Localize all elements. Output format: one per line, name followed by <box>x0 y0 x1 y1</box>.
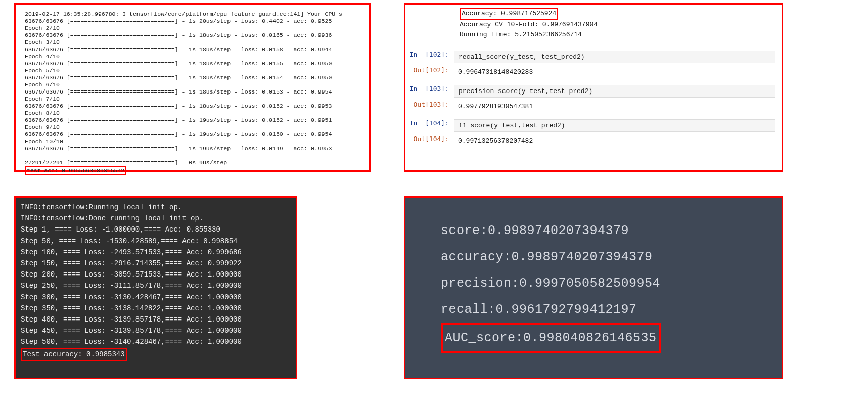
log-line: 63676/63676 [===========================… <box>25 60 360 67</box>
tf-line: Step 500, ==== Loss: -3140.428467,==== A… <box>21 336 291 347</box>
out-value: 0.99647318148420283 <box>454 66 782 78</box>
in-prompt: In [103]: <box>405 85 454 93</box>
tf-line: Step 50, ==== Loss: -1530.428589,==== Ac… <box>21 236 291 247</box>
out-prompt: Out[103]: <box>405 101 454 108</box>
tf-line: Step 300, ==== Loss: -3130.428467,==== A… <box>21 292 291 303</box>
log-line: Epoch 5/10 <box>25 67 360 74</box>
out-value: 0.99779281930547381 <box>454 101 782 112</box>
log-line: Epoch 8/10 <box>25 110 360 117</box>
log-line: Epoch 3/10 <box>25 39 360 46</box>
tf-line: INFO:tensorflow:Running local_init_op. <box>21 202 291 213</box>
metric-score: score:0.9989740207394379 <box>441 218 746 244</box>
log-line: 63676/63676 [===========================… <box>25 131 360 138</box>
log-line: 63676/63676 [===========================… <box>25 46 360 53</box>
cv-accuracy-line: Accuracy CV 10-Fold: 0.997691437904 <box>460 20 770 30</box>
log-line: Epoch 6/10 <box>25 81 360 88</box>
tf-line: Step 1, ==== Loss: -1.000000,==== Acc: 0… <box>21 224 291 235</box>
code-cell-recall[interactable]: recall_score(y_test, test_pred2) <box>454 51 775 63</box>
tf-line: Step 100, ==== Loss: -2493.571533,==== A… <box>21 247 291 258</box>
log-line: Epoch 10/10 <box>25 138 360 145</box>
log-line: 63676/63676 [===========================… <box>25 32 360 39</box>
log-line: Epoch 9/10 <box>25 124 360 131</box>
running-time-line: Running Time: 5.215052366256714 <box>460 30 770 40</box>
panel-tf-steps: INFO:tensorflow:Running local_init_op. I… <box>14 196 297 379</box>
log-intro-line: 2019-02-17 16:35:28.996780: I tensorflow… <box>25 11 360 18</box>
tf-line: Step 450, ==== Loss: -3139.857178,==== A… <box>21 325 291 336</box>
metric-precision: precision:0.9997050582509954 <box>441 270 746 297</box>
tf-line: Step 250, ==== Loss: -3111.857178,==== A… <box>21 280 291 291</box>
tf-line: INFO:tensorflow:Done running local_init_… <box>21 213 291 224</box>
out-prompt: Out[104]: <box>405 135 454 143</box>
tf-line: Step 350, ==== Loss: -3138.142822,==== A… <box>21 303 291 314</box>
panel-epoch-log: 2019-02-17 16:35:28.996780: I tensorflow… <box>14 3 371 172</box>
accuracy-highlight: Accuracy: 0.998717525924 <box>460 8 558 20</box>
in-prompt: In [102]: <box>405 51 454 58</box>
auc-score-highlight: AUC_score:0.998040826146535 <box>441 323 661 353</box>
in-prompt: In [104]: <box>405 119 454 127</box>
tf-line: Step 200, ==== Loss: -3059.571533,==== A… <box>21 269 291 280</box>
log-line: 63676/63676 [===========================… <box>25 74 360 81</box>
test-acc-highlight: test acc: 0.9955663039315542 <box>25 166 126 175</box>
out-prompt: Out[102]: <box>405 66 454 74</box>
log-line: 63676/63676 [===========================… <box>25 103 360 110</box>
code-cell-precision[interactable]: precision_score(y_test,test_pred2) <box>454 85 775 98</box>
log-line: Epoch 4/10 <box>25 53 360 60</box>
log-line: 63676/63676 [===========================… <box>25 145 360 152</box>
log-line <box>25 152 360 159</box>
test-accuracy-highlight: Test accuracy: 0.9985343 <box>21 348 127 361</box>
metric-recall: recall:0.9961792799412197 <box>441 297 746 323</box>
metric-accuracy: accuracy:0.9989740207394379 <box>441 244 746 270</box>
log-line: Epoch 2/10 <box>25 25 360 32</box>
log-line: Epoch 7/10 <box>25 96 360 103</box>
jupyter-top-output: Accuracy: 0.998717525924 Accuracy CV 10-… <box>454 5 775 43</box>
log-line: 63676/63676 [===========================… <box>25 18 360 25</box>
tf-line: Step 400, ==== Loss: -3139.857178,==== A… <box>21 314 291 325</box>
tf-line: Step 150, ==== Loss: -2916.714355,==== A… <box>21 258 291 269</box>
panel-metrics: score:0.9989740207394379 accuracy:0.9989… <box>404 196 783 379</box>
log-line: 27291/27291 [===========================… <box>25 159 360 166</box>
log-line: 63676/63676 [===========================… <box>25 117 360 124</box>
out-value: 0.99713256378207482 <box>454 135 782 147</box>
log-line: 63676/63676 [===========================… <box>25 88 360 96</box>
code-cell-f1[interactable]: f1_score(y_test,test_pred2) <box>454 119 775 132</box>
panel-jupyter: Accuracy: 0.998717525924 Accuracy CV 10-… <box>404 3 783 172</box>
